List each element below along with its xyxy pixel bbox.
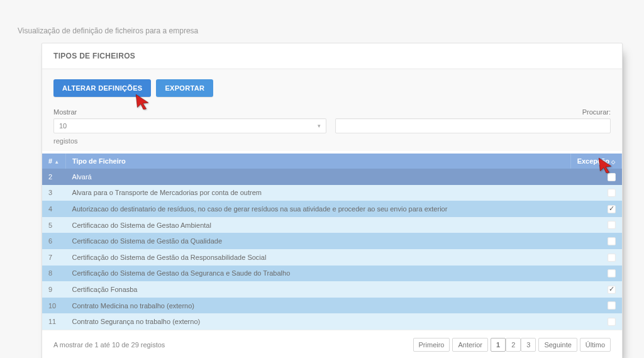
row-tipo: Autorizacao do destinatario de resíduos,… <box>66 201 571 217</box>
row-excecao-cell <box>570 249 621 266</box>
pager-next[interactable]: Seguinte <box>538 338 577 352</box>
chevron-down-icon: ▾ <box>318 123 321 129</box>
pager-first[interactable]: Primeiro <box>413 338 450 352</box>
col-excecao[interactable]: Excepção◇ <box>570 154 621 169</box>
col-num[interactable]: #▲ <box>42 154 66 169</box>
sort-icon: ◇ <box>611 159 615 165</box>
table-row[interactable]: 4Autorizacao do destinatario de resíduos… <box>42 201 622 217</box>
exception-checkbox[interactable] <box>608 301 616 310</box>
row-tipo: Alvará <box>66 169 571 185</box>
sort-icon: ▲ <box>54 159 59 165</box>
table-row[interactable]: 7Certificação do Sistema de Gestão da Re… <box>42 249 622 266</box>
row-excecao-cell <box>570 298 621 314</box>
exception-checkbox[interactable] <box>608 173 616 181</box>
row-num: 10 <box>42 298 66 314</box>
table-row[interactable]: 10Contrato Medicina no trabalho (externo… <box>42 298 622 314</box>
row-tipo: Contrato Segurança no trabalho (externo) <box>66 313 571 330</box>
search-label: Procurar: <box>582 108 611 116</box>
show-label: Mostrar <box>53 108 326 116</box>
table-row[interactable]: 11Contrato Segurança no trabalho (extern… <box>42 313 622 330</box>
row-num: 3 <box>42 185 66 201</box>
pager-page[interactable]: 1 <box>491 338 506 352</box>
table-row[interactable]: 2Alvará <box>42 169 622 185</box>
row-num: 2 <box>42 169 66 185</box>
row-tipo: Alvara para o Transporte de Mercadorias … <box>66 185 571 201</box>
row-excecao-cell <box>570 266 621 282</box>
exception-checkbox[interactable] <box>608 318 616 326</box>
row-tipo: Contrato Medicina no trabalho (externo) <box>66 298 571 314</box>
exception-checkbox[interactable] <box>608 286 616 294</box>
pager-page[interactable]: 2 <box>506 338 521 352</box>
file-types-table: #▲ Tipo de Ficheiro Excepção◇ 2Alvará3Al… <box>42 154 622 330</box>
row-tipo: Certificação Fonasba <box>66 281 571 298</box>
page-size-value: 10 <box>59 122 67 130</box>
table-row[interactable]: 5Certificacao do Sistema de Gestao Ambie… <box>42 217 622 233</box>
page-size-select[interactable]: 10 ▾ <box>53 118 326 133</box>
table-info: A mostrar de 1 até 10 de 29 registos <box>53 341 165 349</box>
table-row[interactable]: 8Certificação do Sistema de Gestao da Se… <box>42 266 622 282</box>
registos-label: registos <box>53 137 326 145</box>
pager-page[interactable]: 3 <box>521 338 536 352</box>
row-num: 5 <box>42 217 66 233</box>
row-excecao-cell <box>570 233 621 249</box>
row-excecao-cell <box>570 201 621 217</box>
exception-checkbox[interactable] <box>608 254 616 262</box>
row-excecao-cell <box>570 313 621 330</box>
file-types-panel: TIPOS DE FICHEIROS ALTERAR DEFINIÇÕES EX… <box>42 43 623 358</box>
exception-checkbox[interactable] <box>608 221 616 229</box>
row-num: 6 <box>42 233 66 249</box>
row-num: 7 <box>42 249 66 266</box>
export-button[interactable]: EXPORTAR <box>156 79 213 97</box>
table-row[interactable]: 9Certificação Fonasba <box>42 281 622 298</box>
table-row[interactable]: 6Certificacao do Sistema de Gestão da Qu… <box>42 233 622 249</box>
row-num: 9 <box>42 281 66 298</box>
row-excecao-cell <box>570 281 621 298</box>
row-excecao-cell <box>570 217 621 233</box>
row-tipo: Certificação do Sistema de Gestão da Res… <box>66 249 571 266</box>
alter-definitions-button[interactable]: ALTERAR DEFINIÇÕES <box>53 79 151 97</box>
col-tipo[interactable]: Tipo de Ficheiro <box>66 154 571 169</box>
exception-checkbox[interactable] <box>608 237 616 245</box>
row-excecao-cell <box>570 169 621 185</box>
page-title: Visualização de definição de ficheiros p… <box>0 0 644 43</box>
row-num: 11 <box>42 313 66 330</box>
exception-checkbox[interactable] <box>608 205 616 213</box>
row-excecao-cell <box>570 185 621 201</box>
pager: Primeiro Anterior 123 Seguinte Último <box>413 338 611 352</box>
row-tipo: Certificação do Sistema de Gestao da Seg… <box>66 266 571 282</box>
row-num: 8 <box>42 266 66 282</box>
pager-last[interactable]: Último <box>580 338 611 352</box>
search-input[interactable] <box>335 118 611 133</box>
exception-checkbox[interactable] <box>608 269 616 277</box>
pager-prev[interactable]: Anterior <box>452 338 488 352</box>
table-row[interactable]: 3Alvara para o Transporte de Mercadorias… <box>42 185 622 201</box>
row-tipo: Certificacao do Sistema de Gestao Ambien… <box>66 217 571 233</box>
panel-header: TIPOS DE FICHEIROS <box>42 43 622 69</box>
row-num: 4 <box>42 201 66 217</box>
row-tipo: Certificacao do Sistema de Gestão da Qua… <box>66 233 571 249</box>
exception-checkbox[interactable] <box>608 189 616 197</box>
